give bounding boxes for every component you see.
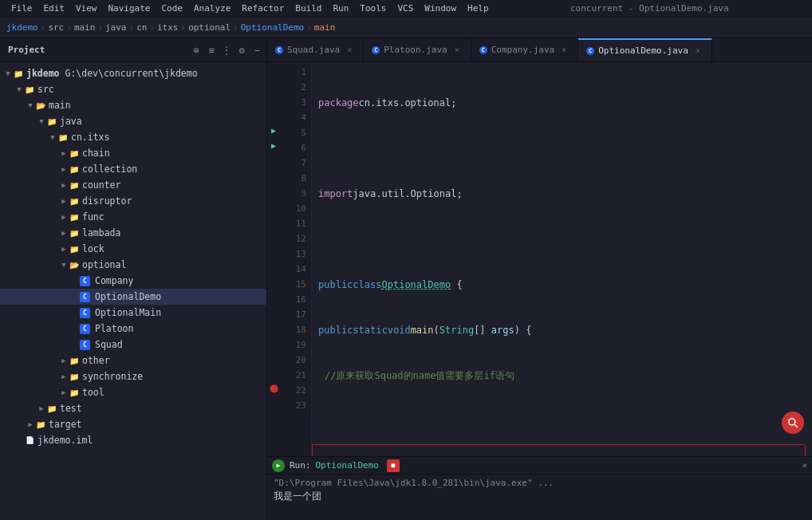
tree-label: cn.itxs [71, 132, 109, 143]
tree-label: func [82, 211, 104, 223]
folder-icon: 📁 [69, 148, 80, 159]
tree-item-func[interactable]: 📁 func [0, 209, 266, 225]
breadcrumb-main[interactable]: main [74, 22, 96, 33]
tab-squad[interactable]: C Squad.java × [267, 38, 364, 61]
tree-item-platoon[interactable]: C Platoon [0, 321, 266, 337]
svg-line-1 [794, 424, 798, 427]
tree-item-lock[interactable]: 📁 lock [0, 241, 266, 257]
tree-item-chain[interactable]: 📁 chain [0, 145, 266, 161]
tree-label: lambada [82, 227, 120, 238]
tree-item-main[interactable]: 📂 main [0, 97, 266, 113]
hide-icon[interactable]: − [250, 44, 263, 57]
class-icon: C [372, 46, 380, 54]
tree-item-test[interactable]: 📁 test [0, 400, 266, 416]
settings-icon[interactable]: ⚙ [235, 44, 248, 57]
search-fab-button[interactable] [782, 412, 804, 434]
folder-icon: 📁 [46, 403, 57, 414]
arrow-icon [59, 212, 69, 222]
tree-item-other[interactable]: 📁 other [0, 353, 266, 368]
tree-item-counter[interactable]: 📁 counter [0, 177, 266, 193]
tree-label: test [60, 403, 82, 414]
tree-item-lambada[interactable]: 📁 lambada [0, 225, 266, 241]
menu-analyze[interactable]: Analyze [189, 2, 235, 15]
tab-close-icon[interactable]: × [451, 45, 463, 56]
tab-close-icon[interactable]: × [344, 45, 355, 56]
run-icon[interactable]: ▶ [267, 138, 280, 153]
breadcrumb-cn[interactable]: cn [136, 22, 147, 33]
svg-point-0 [789, 419, 795, 425]
tab-platoon[interactable]: C Platoon.java × [364, 38, 471, 61]
close-panel-button[interactable]: × [802, 460, 807, 471]
tree-item-collection[interactable]: 📁 collection [0, 161, 266, 177]
tree-item-jkdemo[interactable]: 📁 jkdemo G:\dev\concurrent\jkdemo [0, 65, 266, 81]
expand-icon[interactable]: ⋮ [220, 44, 233, 57]
code-editor[interactable]: ▶ ▶ ⬤ [267, 62, 812, 456]
breakpoint-icon[interactable]: ⬤ [267, 380, 280, 396]
breadcrumb-itxs[interactable]: itxs [157, 22, 179, 33]
menu-code[interactable]: Code [156, 2, 187, 15]
tree-item-src[interactable]: 📁 src [0, 81, 266, 97]
menu-build[interactable]: Build [290, 2, 326, 15]
arrow-icon [59, 148, 69, 158]
menu-run[interactable]: Run [328, 2, 353, 15]
breadcrumb-jkdemo[interactable]: jkdemo [6, 22, 38, 33]
tree-label: lock [82, 243, 104, 254]
java-exe-line: "D:\Program Files\Java\jdk1.8.0_281\bin\… [274, 478, 806, 488]
breadcrumb-method[interactable]: main [314, 22, 336, 33]
tree-item-tool[interactable]: 📁 tool [0, 384, 266, 400]
tab-label: OptionalDemo.java [598, 45, 688, 56]
breadcrumb-optional[interactable]: optional [188, 22, 231, 33]
menu-tools[interactable]: Tools [355, 2, 391, 15]
arrow-icon [59, 180, 69, 190]
folder-icon: 📁 [69, 163, 80, 175]
sync-icon[interactable]: ⊕ [190, 44, 203, 57]
tree-label: target [49, 419, 82, 430]
arrow-icon [59, 244, 69, 254]
breadcrumb-java[interactable]: java [105, 22, 127, 33]
arrow-icon [59, 260, 69, 270]
tree-item-optionalmain[interactable]: C OptionalMain [0, 305, 266, 321]
breadcrumb-src[interactable]: src [48, 22, 64, 33]
folder-icon: 📁 [69, 387, 80, 398]
tab-close-icon[interactable]: × [692, 45, 704, 57]
code-line-3: import java.util.Optional; [318, 187, 806, 202]
tree-label: tool [82, 387, 104, 398]
tree-item-optionaldemo[interactable]: C OptionalDemo [0, 289, 266, 305]
menu-refactor[interactable]: Refactor [237, 2, 289, 15]
menu-bar: File Edit View Navigate Code Analyze Ref… [6, 2, 494, 15]
tree-item-cnitxs[interactable]: 📁 cn.itxs [0, 129, 266, 145]
tree-label: disruptor [82, 195, 132, 207]
tree-item-optional[interactable]: 📂 optional [0, 257, 266, 273]
tab-close-icon[interactable]: × [558, 45, 570, 56]
tree-item-iml[interactable]: 📄 jkdemo.iml [0, 432, 266, 448]
run-tab-label[interactable]: Run: [290, 460, 311, 471]
sidebar: Project ⊕ ≡ ⋮ ⚙ − 📁 jkdemo G:\dev\concur… [0, 38, 267, 520]
arrow-icon [14, 435, 24, 445]
tree-item-squad[interactable]: C Squad [0, 337, 266, 353]
menu-view[interactable]: View [71, 2, 102, 15]
menu-file[interactable]: File [6, 2, 37, 15]
collapse-all-icon[interactable]: ≡ [205, 44, 218, 57]
tab-company[interactable]: C Company.java × [471, 38, 578, 61]
tree-item-java[interactable]: 📁 java [0, 113, 266, 129]
tab-label: Squad.java [287, 45, 340, 55]
tree-item-disruptor[interactable]: 📁 disruptor [0, 193, 266, 209]
tree-item-target[interactable]: 📁 target [0, 416, 266, 432]
stop-button[interactable]: ■ [387, 459, 400, 472]
tree-item-company[interactable]: C Company [0, 273, 266, 289]
breadcrumb-class[interactable]: OptionalDemo [241, 22, 304, 33]
menu-edit[interactable]: Edit [39, 2, 70, 15]
menu-window[interactable]: Window [420, 2, 461, 15]
tab-optionaldemo[interactable]: C OptionalDemo.java × [578, 38, 712, 61]
breadcrumb: jkdemo › src › main › java › cn › itxs ›… [0, 18, 812, 38]
code-line-4 [318, 232, 806, 247]
code-content[interactable]: package cn.itxs.optional; import java.ut… [312, 62, 812, 456]
menu-navigate[interactable]: Navigate [104, 2, 156, 15]
run-icon[interactable]: ▶ [267, 123, 280, 138]
menu-vcs[interactable]: VCS [392, 2, 418, 15]
sidebar-header: Project ⊕ ≡ ⋮ ⚙ − [0, 38, 266, 62]
tree-item-synchronize[interactable]: 📁 synchronize [0, 368, 266, 384]
folder-icon: 📁 [35, 419, 46, 430]
run-button[interactable]: ▶ [272, 459, 285, 472]
menu-help[interactable]: Help [463, 2, 494, 15]
